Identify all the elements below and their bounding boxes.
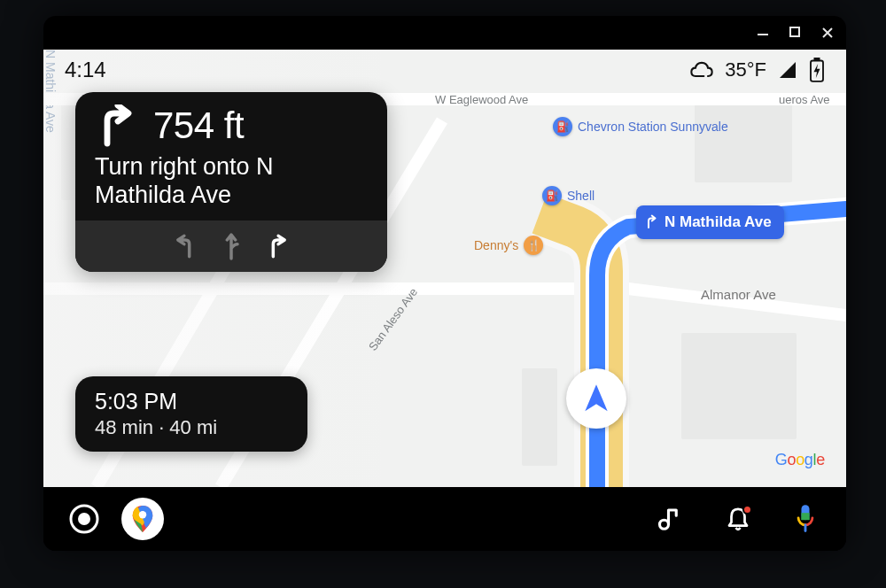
svg-rect-5 (681, 333, 797, 439)
gas-icon: ⛽ (542, 186, 562, 205)
navigation-arrow-icon (579, 382, 613, 415)
svg-point-11 (78, 513, 90, 525)
eta-arrival-time: 5:03 PM (95, 389, 288, 414)
lane-left-icon (173, 231, 198, 261)
lane-right-icon (265, 231, 290, 261)
voice-button[interactable] (784, 498, 827, 540)
nav-instruction: Turn right onto N Mathilda Ave (95, 152, 368, 210)
svg-rect-7 (522, 368, 557, 466)
turn-right-icon (95, 104, 137, 147)
poi-label: Shell (567, 189, 595, 203)
mic-icon (793, 504, 818, 534)
lane-straight-icon (219, 229, 244, 263)
street-label: W Eaglewood Ave (435, 93, 528, 106)
headunit-window: E Eaglewood Ave W Eaglewood Ave W Eaglew… (43, 16, 846, 551)
navigation-card[interactable]: 754 ft Turn right onto N Mathilda Ave (75, 92, 387, 272)
poi-shell[interactable]: ⛽ Shell (542, 186, 595, 205)
poi-label: Denny's (474, 238, 518, 252)
music-icon (657, 505, 684, 533)
screen-background: E Eaglewood Ave W Eaglewood Ave W Eaglew… (0, 0, 886, 588)
map-attribution: Google (775, 451, 825, 469)
svg-rect-0 (758, 34, 768, 35)
navigation-card-top: 754 ft Turn right onto N Mathilda Ave (75, 92, 387, 220)
street-label: Almanor Ave (701, 287, 776, 302)
notification-dot (742, 505, 752, 514)
nav-distance: 754 ft (153, 104, 244, 147)
street-label: ueros Ave (779, 93, 830, 106)
road-sign-text: N Mathilda Ave (664, 213, 772, 231)
svg-rect-1 (790, 27, 799, 36)
launcher-navbar (43, 487, 846, 551)
maps-app-button[interactable] (121, 498, 164, 540)
window-close-button[interactable] (821, 27, 834, 39)
media-button[interactable] (649, 498, 692, 540)
gas-icon: ⛽ (553, 117, 572, 136)
eta-card[interactable]: 5:03 PM 48 min · 40 mi (75, 376, 307, 452)
upcoming-road-sign: N Mathilda Ave (636, 205, 784, 239)
poi-dennys[interactable]: 🍴 Denny's (474, 236, 543, 255)
map-canvas[interactable]: E Eaglewood Ave W Eaglewood Ave W Eaglew… (43, 50, 846, 487)
eta-detail: 48 min · 40 mi (95, 416, 288, 439)
svg-rect-15 (801, 517, 809, 520)
poi-chevron[interactable]: ⛽ Chevron Station Sunnyvale (553, 117, 728, 136)
notifications-button[interactable] (717, 498, 759, 540)
current-location-puck[interactable] (566, 368, 626, 429)
window-maximize-button[interactable] (789, 27, 802, 39)
window-titlebar (43, 16, 846, 50)
launcher-icon (68, 503, 100, 535)
svg-point-12 (139, 511, 146, 518)
poi-label: Chevron Station Sunnyvale (578, 120, 728, 134)
restaurant-icon: 🍴 (524, 236, 543, 255)
svg-rect-6 (695, 103, 792, 182)
lane-guidance (75, 220, 387, 272)
launcher-button[interactable] (63, 498, 105, 540)
turn-right-icon (643, 214, 659, 230)
maps-app-icon (129, 506, 156, 532)
window-minimize-button[interactable] (758, 27, 770, 39)
headunit-content: E Eaglewood Ave W Eaglewood Ave W Eaglew… (43, 50, 846, 551)
